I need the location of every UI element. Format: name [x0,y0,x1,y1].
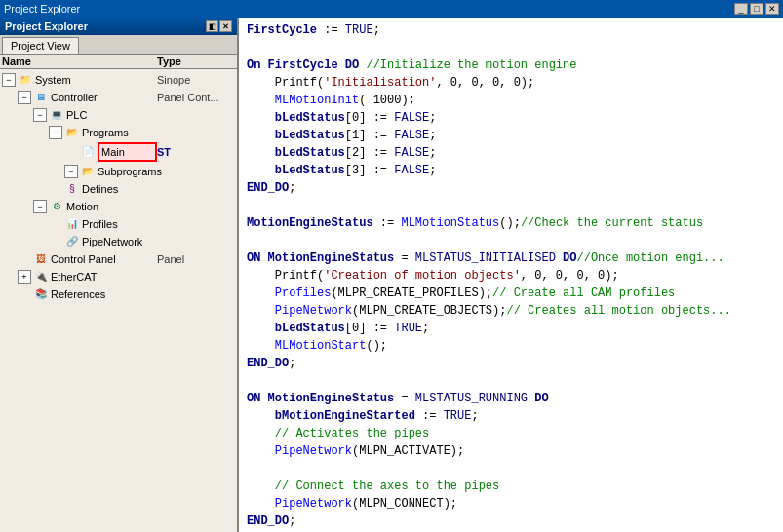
tree-node-pipenetwork[interactable]: 🔗 PipeNetwork [2,233,235,250]
node-label-ethercat: EtherCAT [51,269,157,285]
motion-icon: ⚙ [49,199,64,214]
maximize-button[interactable]: □ [750,3,763,15]
panel-title: Project Explorer [5,20,88,32]
node-type-main: ST [157,144,235,160]
node-label-references: References [51,286,157,302]
node-label-plc: PLC [66,107,157,123]
node-label-main: Main [98,142,157,162]
node-type-system: Sinope [157,72,235,88]
expander-controller[interactable]: − [18,91,31,104]
subprograms-icon: 📂 [80,164,96,179]
node-type-controlpanel: Panel [157,251,235,267]
tree-node-profiles[interactable]: 📊 Profiles [2,215,235,233]
tree-node-controlpanel[interactable]: 🖼 Control Panel Panel [2,250,235,268]
node-label-programs: Programs [82,125,157,140]
tree-node-system[interactable]: − 📁 System Sinope [2,71,235,89]
main-layout: Project Explorer ◧ ✕ Project View Name T… [0,18,783,532]
tree-node-main[interactable]: 📄 Main ST ➤ [2,141,235,163]
expander-motion[interactable]: − [33,200,47,213]
expander-programs[interactable]: − [49,126,62,139]
tree-node-defines[interactable]: § Defines [2,180,235,198]
minimize-button[interactable]: _ [734,3,748,15]
panel-title-bar: Project Explorer ◧ ✕ [0,18,237,35]
expander-system[interactable]: − [2,73,16,87]
expander-plc[interactable]: − [33,108,47,122]
folder-icon-system: 📁 [18,72,33,88]
node-label-subprograms: Subprograms [98,164,162,179]
tree-node-subprograms[interactable]: − 📂 Subprograms [2,163,235,180]
expander-ethercat[interactable]: + [18,270,31,284]
references-icon: 📚 [33,286,49,302]
node-label-controller: Controller [51,90,157,105]
node-label-defines: Defines [82,181,157,197]
node-label-controlpanel: Control Panel [51,251,157,267]
code-area[interactable]: FirstCycle := TRUE; On FirstCycle DO //I… [239,18,783,532]
node-label-motion: Motion [66,199,157,214]
app-title: Project Explorer [4,3,80,15]
profiles-icon: 📊 [64,216,80,232]
tree-area[interactable]: − 📁 System Sinope − 🖥 Controller Panel C… [0,69,237,532]
programs-icon: 📂 [64,125,80,140]
defines-icon: § [64,181,80,197]
code-editor-panel: FirstCycle := TRUE; On FirstCycle DO //I… [239,18,783,532]
node-type-controller: Panel Cont... [157,90,235,105]
tree-node-programs[interactable]: − 📂 Programs [2,124,235,141]
app-title-bar: Project Explorer _ □ ✕ [0,0,783,18]
plc-icon: 💻 [49,107,64,123]
col-name: Name [2,56,157,67]
project-explorer-panel: Project Explorer ◧ ✕ Project View Name T… [0,18,239,532]
node-label-pipenetwork: PipeNetwork [82,234,157,249]
ethercat-icon: 🔌 [33,269,49,285]
tab-project-view[interactable]: Project View [2,37,79,54]
node-label-system: System [35,72,157,88]
node-label-profiles: Profiles [82,216,157,232]
pipenetwork-icon: 🔗 [64,234,80,249]
panel-dock-button[interactable]: ◧ [206,20,218,32]
controller-icon: 🖥 [33,90,49,105]
arrow-indicator: ➤ [236,144,237,160]
panel-close-button[interactable]: ✕ [219,20,232,32]
tree-node-motion[interactable]: − ⚙ Motion [2,198,235,215]
tree-node-controller[interactable]: − 🖥 Controller Panel Cont... [2,89,235,106]
tree-header: Name Type [0,55,237,69]
tree-node-plc[interactable]: − 💻 PLC [2,106,235,124]
tree-node-references[interactable]: 📚 References [2,285,235,303]
expander-subprograms[interactable]: − [64,165,78,178]
tab-bar: Project View [0,35,237,55]
program-icon-main: 📄 [80,144,96,160]
close-button[interactable]: ✕ [765,3,779,15]
title-bar-controls: _ □ ✕ [734,3,779,15]
col-type: Type [157,56,235,67]
controlpanel-icon: 🖼 [33,251,49,267]
tree-node-ethercat[interactable]: + 🔌 EtherCAT [2,268,235,285]
panel-title-controls: ◧ ✕ [206,20,232,32]
